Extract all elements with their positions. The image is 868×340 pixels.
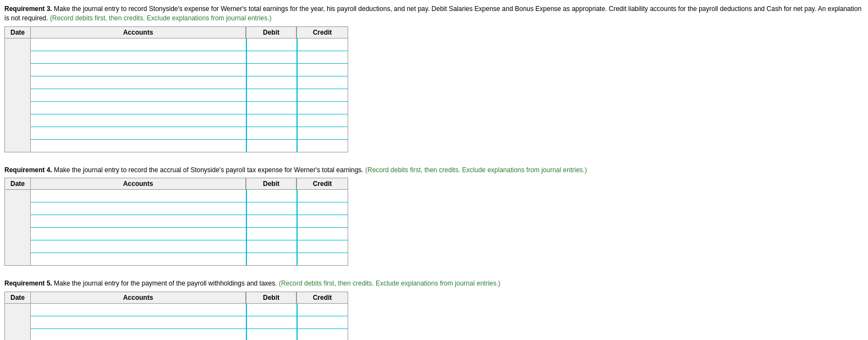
req3-accounts-6[interactable] (31, 102, 246, 114)
req3-accounts-4[interactable] (31, 76, 246, 89)
req4-col-credit: Credit (297, 178, 348, 189)
req4-col-debit: Debit (246, 178, 297, 189)
req4-debit-3[interactable] (246, 215, 297, 227)
table-row (31, 76, 348, 89)
req3-col-date: Date (5, 27, 31, 38)
table-row (31, 228, 348, 240)
req4-accounts-2[interactable] (31, 202, 246, 215)
req3-table: Date Accounts Debit Credit (4, 26, 348, 152)
req3-date-col (5, 39, 31, 152)
req5-credit-1[interactable] (297, 304, 348, 316)
req4-accounts-5[interactable] (31, 240, 246, 253)
req4-accounts-3[interactable] (31, 215, 246, 227)
req5-label: Requirement 5. (4, 279, 52, 287)
table-row (31, 304, 348, 316)
req3-accounts-2[interactable] (31, 51, 246, 63)
requirement-5-section: Requirement 5. Make the journal entry fo… (4, 279, 864, 340)
req3-rows (31, 39, 348, 152)
table-row (31, 51, 348, 64)
requirement-4-text: Requirement 4. Make the journal entry to… (4, 166, 864, 175)
req4-credit-3[interactable] (297, 215, 348, 227)
table-row (31, 253, 348, 265)
req3-debit-1[interactable] (246, 39, 297, 51)
table-row (31, 329, 348, 340)
req5-date-col (5, 304, 31, 340)
requirement-3-text: Requirement 3. Make the journal entry to… (4, 4, 864, 23)
req5-debit-1[interactable] (246, 304, 297, 316)
page-container: Requirement 3. Make the journal entry to… (4, 4, 864, 340)
req3-debit-3[interactable] (246, 64, 297, 76)
req5-debit-3[interactable] (246, 329, 297, 340)
req3-accounts-8[interactable] (31, 127, 246, 139)
req3-credit-1[interactable] (297, 39, 348, 51)
req3-credit-7[interactable] (297, 114, 348, 127)
table-row (31, 316, 348, 329)
req4-credit-5[interactable] (297, 240, 348, 253)
req5-col-date: Date (5, 292, 31, 303)
req3-debit-7[interactable] (246, 114, 297, 127)
req3-credit-4[interactable] (297, 76, 348, 89)
req4-credit-1[interactable] (297, 190, 348, 202)
req3-accounts-1[interactable] (31, 39, 246, 51)
req3-debit-6[interactable] (246, 102, 297, 114)
req5-accounts-2[interactable] (31, 316, 246, 328)
req4-debit-5[interactable] (246, 240, 297, 253)
table-row (31, 89, 348, 102)
req5-credit-2[interactable] (297, 316, 348, 328)
table-row (31, 202, 348, 215)
req4-body (5, 190, 348, 265)
req3-accounts-7[interactable] (31, 114, 246, 127)
req4-header: Date Accounts Debit Credit (5, 178, 348, 190)
requirement-4-section: Requirement 4. Make the journal entry to… (4, 166, 864, 274)
req4-rows (31, 190, 348, 265)
req3-col-credit: Credit (297, 27, 348, 38)
req4-date-col (5, 190, 31, 265)
req5-col-accounts: Accounts (31, 292, 246, 303)
req3-credit-3[interactable] (297, 64, 348, 76)
table-row (31, 39, 348, 51)
req4-col-date: Date (5, 178, 31, 189)
req3-credit-2[interactable] (297, 51, 348, 63)
requirement-3-section: Requirement 3. Make the journal entry to… (4, 4, 864, 160)
req5-col-debit: Debit (246, 292, 297, 303)
req5-col-credit: Credit (297, 292, 348, 303)
req5-rows (31, 304, 348, 340)
req3-label: Requirement 3. (4, 5, 52, 13)
req3-debit-5[interactable] (246, 89, 297, 101)
req4-accounts-6[interactable] (31, 253, 246, 265)
req4-debit-1[interactable] (246, 190, 297, 202)
table-row (31, 215, 348, 228)
req3-accounts-5[interactable] (31, 89, 246, 101)
req5-table: Date Accounts Debit Credit (4, 292, 348, 340)
req5-accounts-1[interactable] (31, 304, 246, 316)
req3-debit-2[interactable] (246, 51, 297, 63)
req3-debit-8[interactable] (246, 127, 297, 139)
req4-debit-6[interactable] (246, 253, 297, 265)
req5-credit-3[interactable] (297, 329, 348, 340)
table-row (31, 240, 348, 253)
req3-col-accounts: Accounts (31, 27, 246, 38)
req3-credit-5[interactable] (297, 89, 348, 101)
req5-accounts-3[interactable] (31, 329, 246, 340)
req4-accounts-4[interactable] (31, 228, 246, 240)
req4-credit-2[interactable] (297, 202, 348, 215)
req4-accounts-1[interactable] (31, 190, 246, 202)
req3-accounts-3[interactable] (31, 64, 246, 76)
table-row (31, 127, 348, 140)
req3-debit-4[interactable] (246, 76, 297, 89)
req3-body (5, 39, 348, 152)
req4-table: Date Accounts Debit Credit (4, 178, 348, 266)
req4-credit-6[interactable] (297, 253, 348, 265)
req3-credit-8[interactable] (297, 127, 348, 139)
req4-debit-4[interactable] (246, 228, 297, 240)
req4-credit-4[interactable] (297, 228, 348, 240)
req3-credit-9[interactable] (297, 140, 348, 152)
req3-credit-6[interactable] (297, 102, 348, 114)
table-row (31, 140, 348, 152)
req3-debit-9[interactable] (246, 140, 297, 152)
req5-body (5, 304, 348, 340)
req3-col-debit: Debit (246, 27, 297, 38)
req3-accounts-9[interactable] (31, 140, 246, 152)
req5-debit-2[interactable] (246, 316, 297, 328)
req4-debit-2[interactable] (246, 202, 297, 215)
